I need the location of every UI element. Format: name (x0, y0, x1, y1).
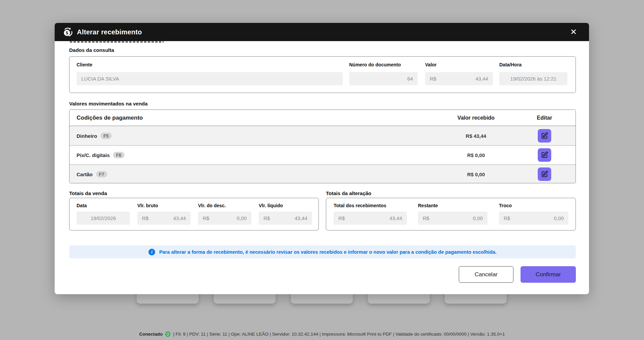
numero-documento-label: Número do documento (349, 62, 401, 67)
totais-venda-box: Data Vlr. bruto Vlr. do desc. Vlr. líqui… (69, 198, 319, 230)
restante-label: Restante (418, 203, 438, 208)
currency-prefix: R$ (338, 215, 345, 221)
status-bar: Conectado | Fil: 9 | PDV: 11 | Série: 11… (0, 330, 644, 338)
status-details: | Fil: 9 | PDV: 11 | Série: 11 | Ope: AL… (173, 332, 505, 337)
payment-label: Cartão (77, 172, 93, 177)
currency-prefix: R$ (504, 215, 510, 221)
vlr-liquido-label: Vlr. líquido (259, 203, 283, 208)
edit-dinheiro-button[interactable] (538, 129, 551, 143)
restante-value: 0,00 (473, 215, 483, 221)
fkey-badge: F5 (101, 132, 112, 139)
payment-conditions-table: Codições de pagamento Valor recebido Edi… (69, 110, 576, 183)
currency-prefix: R$ (142, 215, 148, 221)
payment-name: Pix/C. digitais F6 (77, 152, 124, 158)
troco-label: Troco (499, 203, 512, 208)
info-banner: i Para alterar a forma de recebimento, é… (69, 245, 576, 258)
vlr-bruto-value: 43,44 (173, 215, 186, 221)
table-row-pix: Pix/C. digitais F6 R$ 0,00 (69, 145, 576, 164)
fkey-badge: F6 (113, 152, 124, 158)
cancel-button[interactable]: Cancelar (459, 266, 513, 283)
totais-alteracao-box: Total dos recebimentos Restante Troco R$… (326, 198, 576, 230)
payment-name: Dinheiro F5 (77, 132, 112, 139)
vlr-bruto-label: Vlr. bruto (137, 203, 158, 208)
valor-field: R$ 43,44 (425, 72, 493, 85)
cliente-field: LUCIA DA SILVA (77, 72, 343, 85)
col-condicoes-header: Codições de pagamento (77, 115, 143, 121)
edit-pix-button[interactable] (538, 148, 551, 162)
table-row-dinheiro: Dinheiro F5 R$ 43,44 (69, 126, 576, 145)
totais-alteracao-section-title: Totais da alteração (326, 190, 371, 196)
payment-label: Dinheiro (77, 133, 97, 138)
modal-header: $ Alterar recebimento ✕ (55, 23, 589, 41)
total-recebimentos-field: R$ 43,44 (334, 212, 407, 225)
currency-prefix: R$ (263, 215, 270, 221)
cliente-value: LUCIA DA SILVA (81, 76, 119, 82)
valor-recebido: R$ 43,44 (425, 133, 527, 138)
numero-documento-value: 64 (407, 76, 413, 82)
troco-value: 0,00 (554, 215, 564, 221)
col-valor-recebido-header: Valor recebido (425, 115, 527, 121)
data-label: Data (77, 203, 87, 208)
totais-venda-section-title: Totais da venda (69, 190, 107, 196)
fkey-badge: F7 (96, 171, 107, 178)
vlr-desc-field: R$ 0,00 (198, 212, 251, 225)
numero-documento-field: 64 (349, 72, 418, 85)
vlr-desc-label: Vlr. do desc. (198, 203, 226, 208)
info-icon: i (148, 249, 155, 255)
info-banner-text: Para alterar a forma de recebimento, é n… (159, 249, 497, 255)
consulta-section-title: Dados da consulta (69, 47, 114, 53)
valor-recebido: R$ 0,00 (425, 152, 527, 158)
restante-field: R$ 0,00 (418, 212, 487, 225)
data-hora-field: 19/02/2026 às 12:21 (499, 72, 567, 85)
modal-title: Alterar recebimento (77, 28, 142, 36)
payment-name: Cartão F7 (77, 171, 107, 178)
valor-value: 43,44 (475, 76, 488, 82)
vlr-bruto-field: R$ 43,44 (137, 212, 191, 225)
movimentados-section-title: Valores movimentados na venda (69, 101, 148, 106)
money-exchange-icon: $ (63, 27, 73, 37)
alterar-recebimento-modal: $ Alterar recebimento ✕ Dados da consult… (55, 23, 589, 294)
data-hora-value: 19/02/2026 às 12:21 (510, 76, 557, 82)
valor-recebido: R$ 0,00 (425, 172, 527, 177)
connected-status-label: Conectado (139, 332, 163, 337)
payment-label: Pix/C. digitais (77, 152, 110, 158)
data-value: 19/02/2026 (90, 215, 116, 221)
vlr-liquido-value: 43,44 (295, 215, 307, 221)
svg-text:$: $ (66, 31, 68, 35)
table-row-cartao: Cartão F7 R$ 0,00 (69, 164, 576, 183)
troco-field: R$ 0,00 (499, 212, 568, 225)
data-field: 19/02/2026 (77, 212, 130, 225)
currency-prefix: R$ (430, 76, 436, 82)
col-editar-header: Editar (519, 115, 570, 121)
total-recebimentos-value: 43,44 (389, 215, 402, 221)
clipped-background-text (70, 41, 164, 43)
edit-cartao-button[interactable] (538, 167, 551, 181)
close-icon[interactable]: ✕ (570, 28, 577, 36)
data-hora-label: Data/Hora (499, 62, 522, 67)
total-recebimentos-label: Total dos recebimentos (334, 203, 386, 208)
vlr-desc-value: 0,00 (237, 215, 247, 221)
currency-prefix: R$ (203, 215, 209, 221)
consulta-box: Cliente Número do documento Valor Data/H… (69, 56, 576, 93)
cliente-label: Cliente (77, 62, 92, 67)
table-header-row: Codições de pagamento Valor recebido Edi… (69, 110, 576, 126)
vlr-liquido-field: R$ 43,44 (259, 212, 312, 225)
sync-status-icon (165, 331, 171, 337)
valor-label: Valor (425, 62, 437, 67)
confirm-button[interactable]: Confirmar (521, 266, 576, 283)
currency-prefix: R$ (423, 215, 429, 221)
